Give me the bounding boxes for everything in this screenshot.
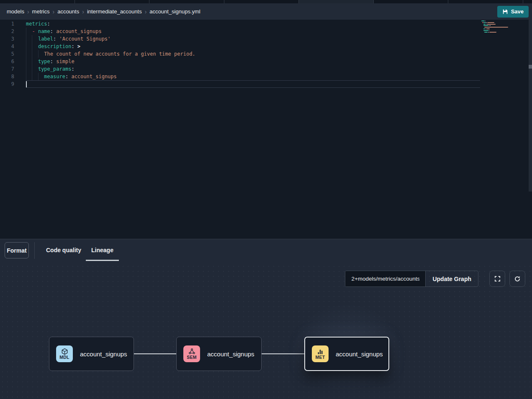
top-tab-segment[interactable] — [75, 0, 150, 3]
indent-guide — [32, 35, 32, 43]
breadcrumb-bar: models›metrics›accounts›intermediate_acc… — [0, 3, 532, 20]
line-number: 5 — [0, 50, 14, 58]
top-tab-segment[interactable] — [224, 0, 299, 3]
breadcrumb-item[interactable]: models — [7, 8, 24, 15]
line-number: 1 — [0, 20, 14, 28]
code-token: account_signups — [56, 28, 101, 34]
breadcrumb-chevron-icon: › — [52, 8, 54, 15]
code-token: : — [50, 28, 53, 34]
code-token: > — [77, 43, 80, 49]
code-token: : — [71, 43, 74, 49]
node-type-badge: MDL — [56, 345, 73, 362]
lineage-node-sem[interactable]: SEMaccount_signups — [176, 337, 262, 371]
save-icon — [502, 9, 508, 15]
code-token: account_signups — [71, 74, 116, 79]
code-lines[interactable]: 1metrics:2 - name: account_signups3 labe… — [0, 20, 480, 88]
indent-guide — [38, 73, 39, 80]
code-line[interactable]: 4 description: > — [0, 43, 480, 50]
indent-guide — [32, 73, 32, 80]
code-token: The count of new accounts for a given ti… — [44, 51, 195, 57]
breadcrumb-item[interactable]: accounts — [57, 8, 79, 15]
code-line[interactable]: 5 The count of new accounts for a given … — [0, 50, 480, 58]
node-type-label: SEM — [187, 355, 196, 360]
editor-tab-strip[interactable] — [0, 0, 532, 3]
indent-guide — [26, 28, 26, 35]
code-token: simple — [56, 59, 74, 64]
breadcrumb-chevron-icon: › — [82, 8, 84, 15]
indent-guide — [26, 73, 26, 80]
code-line[interactable]: 7 type_params: — [0, 65, 480, 73]
lineage-toolbar: Update Graph — [345, 271, 525, 287]
code-line-content: metrics: — [26, 20, 480, 28]
code-line[interactable]: 1metrics: — [0, 20, 480, 28]
line-number: 9 — [0, 80, 14, 88]
code-token: description — [38, 43, 71, 49]
code-line-content: type: simple — [26, 58, 480, 65]
top-tab-segment[interactable] — [149, 0, 224, 3]
lineage-graph-canvas[interactable]: Update Graph — [0, 264, 532, 399]
editor-scrollbar-handle[interactable] — [529, 65, 532, 69]
breadcrumb-item[interactable]: account_signups.yml — [149, 8, 200, 15]
top-tab-segment[interactable] — [299, 0, 374, 3]
tab-code-quality[interactable]: Code quality — [43, 239, 84, 261]
code-line[interactable]: 9 — [0, 80, 480, 88]
top-tab-segment[interactable] — [523, 0, 532, 3]
breadcrumb-item[interactable]: metrics — [32, 8, 50, 15]
panel-tab-bar: Format Code quality Lineage — [0, 239, 532, 264]
code-token: measure — [44, 74, 65, 79]
fullscreen-icon — [494, 276, 501, 282]
code-token: type_params — [38, 66, 71, 72]
code-line[interactable]: 2 - name: account_signups — [0, 28, 480, 35]
node-type-label: MET — [316, 355, 325, 360]
indent-guide — [32, 43, 32, 50]
lineage-node-mdl[interactable]: MDLaccount_signups — [49, 337, 134, 371]
indent-guide — [26, 58, 26, 65]
breadcrumb-item[interactable]: intermediate_accounts — [87, 8, 142, 15]
refresh-icon — [514, 276, 521, 282]
minimap[interactable] — [481, 20, 523, 34]
code-line[interactable]: 3 label: 'Account Signups' — [0, 35, 480, 43]
code-token: : — [71, 66, 74, 72]
breadcrumb: models›metrics›accounts›intermediate_acc… — [7, 8, 200, 15]
code-token — [56, 36, 59, 42]
lineage-selector-input[interactable] — [345, 271, 425, 286]
code-token: label — [38, 36, 53, 42]
top-tab-segment[interactable] — [448, 0, 523, 3]
editor-scrollbar[interactable] — [529, 20, 532, 192]
code-line-content: type_params: — [26, 65, 480, 73]
code-token: : — [50, 59, 53, 64]
indent-guide — [26, 50, 26, 58]
save-button[interactable]: Save — [497, 6, 529, 18]
node-name-label: account_signups — [207, 350, 254, 358]
tabs-divider — [34, 242, 35, 259]
node-type-badge: SEM — [183, 345, 200, 362]
format-button[interactable]: Format — [5, 242, 29, 258]
selector-group: Update Graph — [345, 271, 478, 287]
bottom-panel: Format Code quality Lineage Update Graph — [0, 239, 532, 399]
save-button-label: Save — [511, 8, 524, 15]
top-tab-segment[interactable] — [374, 0, 449, 3]
refresh-button[interactable] — [509, 271, 525, 287]
fullscreen-button[interactable] — [489, 271, 505, 287]
lineage-edge — [134, 353, 177, 354]
code-line[interactable]: 6 type: simple — [0, 58, 480, 65]
code-token: type — [38, 59, 50, 64]
code-token: - — [32, 28, 38, 34]
line-number: 7 — [0, 65, 14, 73]
minimap-line — [481, 33, 523, 34]
indent-guide — [38, 50, 39, 58]
lineage-node-met[interactable]: METaccount_signups — [304, 337, 389, 371]
breadcrumb-chevron-icon: › — [27, 8, 29, 15]
top-tab-segment[interactable] — [0, 0, 75, 3]
code-line-content: The count of new accounts for a given ti… — [26, 50, 480, 58]
code-line-content: measure: account_signups — [26, 73, 480, 80]
lineage-edge — [261, 353, 305, 354]
ide-app: models›metrics›accounts›intermediate_acc… — [0, 0, 532, 399]
indent-guide — [26, 65, 26, 73]
update-graph-button[interactable]: Update Graph — [425, 271, 478, 286]
tab-lineage[interactable]: Lineage — [86, 239, 119, 261]
metric-chart-icon — [317, 348, 324, 355]
model-cube-icon — [61, 348, 68, 355]
code-editor[interactable]: 1metrics:2 - name: account_signups3 labe… — [0, 20, 532, 239]
code-line[interactable]: 8 measure: account_signups — [0, 73, 480, 80]
